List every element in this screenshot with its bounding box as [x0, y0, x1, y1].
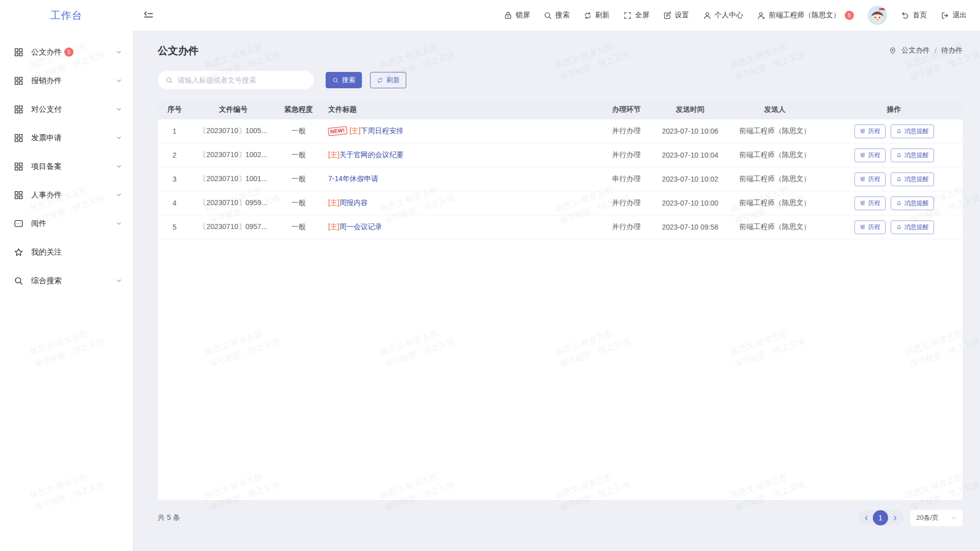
next-page-button[interactable]	[888, 510, 901, 525]
chevron-down-icon	[115, 48, 122, 56]
pager-pill: 1	[857, 510, 903, 525]
history-button[interactable]: 历程	[854, 124, 886, 138]
table-footer: 共 5 条 1 20条/页	[158, 510, 963, 526]
row-urgency: 一般	[275, 167, 322, 191]
sidebar-item-sousuo[interactable]: 综合搜索	[0, 266, 133, 295]
message-remind-button[interactable]: 消息提醒	[891, 124, 934, 138]
document-title-link[interactable]: 7-14年休假申请	[328, 174, 378, 184]
sidebar-item-guanzhu[interactable]: 我的关注	[0, 238, 133, 266]
total-count: 共 5 条	[158, 513, 180, 522]
menu-fold-icon[interactable]	[143, 10, 154, 21]
document-title-link[interactable]: [主] 周一会议记录	[328, 222, 382, 232]
message-remind-button[interactable]: 消息提醒	[891, 220, 934, 234]
column-header: 发送人	[724, 100, 825, 119]
row-time: 2023-07-10 10:02	[656, 167, 724, 191]
user-dot-icon	[757, 11, 766, 20]
table-row: 2 〔20230710〕1002... 一般 [主] 关于官网的会议纪要 并行办…	[158, 143, 963, 167]
bell-icon	[896, 176, 902, 182]
sidebar-item-xiangmu[interactable]: 项目备案	[0, 152, 133, 181]
top-header: 锁屏 搜索 刷新 全屏 设置 个人中心 前端工程师（陈思文） 5	[133, 0, 980, 31]
column-header: 发送时间	[656, 100, 724, 119]
history-label: 历程	[868, 199, 880, 208]
chevron-down-icon	[115, 277, 122, 284]
chevron-down-icon	[115, 106, 122, 113]
row-doc-no: 〔20230710〕1002...	[191, 143, 275, 167]
page-number-current[interactable]: 1	[873, 510, 888, 525]
fullscreen-button[interactable]: 全屏	[623, 11, 649, 20]
sidebar-item-label: 发票申请	[31, 133, 62, 143]
page-size-select[interactable]: 20条/页	[911, 510, 963, 526]
global-search-button[interactable]: 搜索	[544, 11, 570, 20]
row-seq: 5	[158, 215, 191, 239]
document-table-card: 序号 文件编号 紧急程度 文件标题 办理环节 发送时间 发送人 操作 1 〔20…	[158, 100, 963, 500]
message-remind-label: 消息提醒	[904, 199, 929, 208]
comment-icon	[14, 219, 23, 229]
row-seq: 4	[158, 191, 191, 215]
history-button[interactable]: 历程	[854, 172, 886, 186]
history-label: 历程	[868, 127, 880, 136]
sidebar-item-yuejian[interactable]: 阅件	[0, 209, 133, 238]
row-urgency: 一般	[275, 215, 322, 239]
home-label: 首页	[913, 11, 927, 20]
settings-button[interactable]: 设置	[663, 11, 689, 20]
prev-page-button[interactable]	[860, 510, 873, 525]
table-row: 4 〔20230710〕0959... 一般 [主] 周报内容 并行办理 202…	[158, 191, 963, 215]
document-title-link[interactable]: NEW! [主] 下周日程安排	[328, 127, 403, 136]
refresh-icon	[583, 11, 592, 20]
sliders-icon	[860, 200, 866, 206]
sidebar-item-fapiao[interactable]: 发票申请	[0, 123, 133, 152]
logout-label: 退出	[952, 11, 967, 20]
table-row: 1 〔20230710〕1005... 一般 NEW! [主] 下周日程安排 并…	[158, 119, 963, 143]
message-remind-button[interactable]: 消息提醒	[891, 148, 934, 162]
message-remind-label: 消息提醒	[904, 151, 929, 160]
sidebar-menu: 公文办件 5 报销办件 对公支付 发票申请 项目备案 人事办件	[0, 31, 133, 295]
sidebar-item-duigong[interactable]: 对公支付	[0, 95, 133, 123]
chevron-down-icon	[115, 163, 122, 170]
logout-icon	[941, 11, 949, 20]
refresh-page-label: 刷新	[595, 11, 609, 20]
logout-button[interactable]: 退出	[941, 11, 967, 20]
message-remind-button[interactable]: 消息提醒	[891, 196, 934, 210]
row-step: 并行办理	[597, 119, 656, 143]
search-icon	[14, 276, 23, 286]
count-badge: 5	[64, 47, 74, 57]
sidebar-item-renshi[interactable]: 人事办件	[0, 181, 133, 209]
history-button[interactable]: 历程	[854, 220, 886, 234]
row-urgency: 一般	[275, 143, 322, 167]
document-title-link[interactable]: [主] 周报内容	[328, 198, 368, 208]
row-sender: 前端工程师（陈思文）	[724, 215, 825, 239]
row-sender: 前端工程师（陈思文）	[724, 167, 825, 191]
document-title-link[interactable]: [主] 关于官网的会议纪要	[328, 151, 404, 160]
sidebar: 工作台 公文办件 5 报销办件 对公支付 发票申请 项目备案	[0, 0, 133, 551]
sidebar-item-label: 对公支付	[31, 105, 62, 114]
doc-title: 7-14年休假申请	[328, 174, 378, 184]
history-button[interactable]: 历程	[854, 196, 886, 210]
history-label: 历程	[868, 151, 880, 160]
doc-tag: [主]	[328, 198, 339, 208]
profile-center-button[interactable]: 个人中心	[703, 11, 743, 20]
sidebar-item-label: 综合搜索	[31, 276, 62, 286]
breadcrumb-root[interactable]: 公文办件	[901, 46, 930, 55]
star-icon	[14, 247, 23, 257]
row-step: 并行办理	[597, 143, 656, 167]
refresh-page-button[interactable]: 刷新	[583, 11, 609, 20]
lock-screen-button[interactable]: 锁屏	[504, 11, 530, 20]
current-user[interactable]: 前端工程师（陈思文） 5	[757, 11, 854, 20]
home-button[interactable]: 首页	[901, 11, 927, 20]
table-header: 序号 文件编号 紧急程度 文件标题 办理环节 发送时间 发送人 操作	[158, 100, 963, 119]
avatar[interactable]	[868, 6, 887, 25]
row-step: 并行办理	[597, 191, 656, 215]
settings-icon	[663, 11, 672, 20]
notification-badge: 5	[845, 11, 854, 20]
current-user-name: 前端工程师（陈思文）	[769, 11, 840, 20]
grid-icon	[14, 190, 23, 200]
sidebar-item-gongwen[interactable]: 公文办件 5	[0, 38, 133, 66]
search-icon	[544, 11, 552, 20]
search-input[interactable]	[178, 76, 306, 84]
search-button[interactable]: 搜索	[326, 72, 362, 88]
history-button[interactable]: 历程	[854, 148, 886, 162]
message-remind-button[interactable]: 消息提醒	[891, 172, 934, 186]
sidebar-item-baoxiao[interactable]: 报销办件	[0, 66, 133, 95]
doc-title: 下周日程安排	[360, 127, 403, 136]
refresh-button[interactable]: 刷新	[370, 72, 406, 88]
